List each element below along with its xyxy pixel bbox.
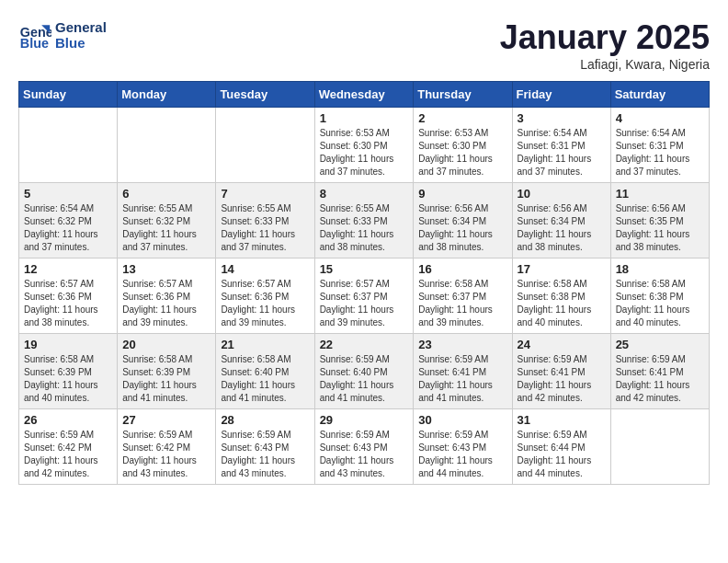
day-info: Sunrise: 6:59 AM Sunset: 6:41 PM Dayligh… [418,353,506,405]
calendar-week-row: 1Sunrise: 6:53 AM Sunset: 6:30 PM Daylig… [19,108,710,183]
day-number: 31 [518,413,606,427]
calendar-cell [118,108,216,183]
day-number: 3 [518,111,606,125]
calendar-cell: 31Sunrise: 6:59 AM Sunset: 6:44 PM Dayli… [512,409,610,485]
weekday-header-sunday: Sunday [19,82,118,108]
calendar-week-row: 12Sunrise: 6:57 AM Sunset: 6:36 PM Dayli… [19,259,710,334]
weekday-header-friday: Friday [512,82,610,108]
day-info: Sunrise: 6:58 AM Sunset: 6:39 PM Dayligh… [24,353,112,405]
day-info: Sunrise: 6:58 AM Sunset: 6:38 PM Dayligh… [518,278,606,329]
calendar-cell: 22Sunrise: 6:59 AM Sunset: 6:40 PM Dayli… [314,334,414,409]
day-info: Sunrise: 6:57 AM Sunset: 6:36 PM Dayligh… [122,278,210,329]
title-block: January 2025 Lafiagi, Kwara, Nigeria [500,18,710,72]
day-info: Sunrise: 6:58 AM Sunset: 6:40 PM Dayligh… [221,353,309,405]
calendar-cell: 3Sunrise: 6:54 AM Sunset: 6:31 PM Daylig… [512,108,610,183]
day-number: 10 [518,187,606,201]
calendar-cell: 27Sunrise: 6:59 AM Sunset: 6:42 PM Dayli… [118,409,216,485]
weekday-header-thursday: Thursday [414,82,512,108]
day-number: 14 [221,262,309,276]
day-info: Sunrise: 6:58 AM Sunset: 6:37 PM Dayligh… [418,278,506,329]
calendar-cell: 10Sunrise: 6:56 AM Sunset: 6:34 PM Dayli… [512,183,610,259]
day-info: Sunrise: 6:57 AM Sunset: 6:36 PM Dayligh… [221,278,309,329]
day-number: 28 [221,413,309,427]
day-number: 19 [24,338,112,351]
location-subtitle: Lafiagi, Kwara, Nigeria [500,57,710,72]
day-info: Sunrise: 6:56 AM Sunset: 6:34 PM Dayligh… [418,202,506,254]
day-info: Sunrise: 6:55 AM Sunset: 6:33 PM Dayligh… [320,202,409,254]
svg-text:Blue: Blue [20,36,49,51]
day-info: Sunrise: 6:59 AM Sunset: 6:43 PM Dayligh… [221,429,309,480]
day-info: Sunrise: 6:54 AM Sunset: 6:32 PM Dayligh… [24,202,112,254]
page-header: General Blue General Blue January 2025 L… [18,18,710,72]
day-number: 18 [616,262,704,276]
day-info: Sunrise: 6:58 AM Sunset: 6:39 PM Dayligh… [122,353,210,405]
day-number: 17 [518,262,606,276]
weekday-header-tuesday: Tuesday [216,82,314,108]
calendar-table: SundayMondayTuesdayWednesdayThursdayFrid… [18,81,710,485]
day-info: Sunrise: 6:55 AM Sunset: 6:32 PM Dayligh… [122,202,210,254]
calendar-cell: 5Sunrise: 6:54 AM Sunset: 6:32 PM Daylig… [19,183,118,259]
day-number: 12 [24,262,112,276]
calendar-cell: 28Sunrise: 6:59 AM Sunset: 6:43 PM Dayli… [216,409,314,485]
day-info: Sunrise: 6:54 AM Sunset: 6:31 PM Dayligh… [616,127,704,178]
day-number: 22 [320,338,409,351]
day-number: 1 [320,111,409,125]
calendar-cell: 9Sunrise: 6:56 AM Sunset: 6:34 PM Daylig… [414,183,512,259]
day-info: Sunrise: 6:58 AM Sunset: 6:38 PM Dayligh… [616,278,704,329]
calendar-cell [610,409,709,485]
day-info: Sunrise: 6:59 AM Sunset: 6:41 PM Dayligh… [616,353,704,405]
calendar-cell: 14Sunrise: 6:57 AM Sunset: 6:36 PM Dayli… [216,259,314,334]
day-number: 20 [122,338,210,351]
day-number: 24 [518,338,606,351]
day-number: 11 [616,187,704,201]
calendar-cell [19,108,118,183]
calendar-cell: 8Sunrise: 6:55 AM Sunset: 6:33 PM Daylig… [314,183,414,259]
day-info: Sunrise: 6:59 AM Sunset: 6:40 PM Dayligh… [320,353,409,405]
calendar-week-row: 5Sunrise: 6:54 AM Sunset: 6:32 PM Daylig… [19,183,710,259]
weekday-header-monday: Monday [118,82,216,108]
calendar-cell: 7Sunrise: 6:55 AM Sunset: 6:33 PM Daylig… [216,183,314,259]
day-number: 8 [320,187,409,201]
calendar-cell: 15Sunrise: 6:57 AM Sunset: 6:37 PM Dayli… [314,259,414,334]
day-info: Sunrise: 6:56 AM Sunset: 6:34 PM Dayligh… [518,202,606,254]
calendar-header-row: SundayMondayTuesdayWednesdayThursdayFrid… [19,82,710,108]
day-number: 30 [418,413,506,427]
weekday-header-saturday: Saturday [610,82,709,108]
day-number: 15 [320,262,409,276]
day-number: 6 [122,187,210,201]
calendar-cell [216,108,314,183]
day-number: 16 [418,262,506,276]
day-info: Sunrise: 6:53 AM Sunset: 6:30 PM Dayligh… [320,127,409,178]
calendar-cell: 30Sunrise: 6:59 AM Sunset: 6:43 PM Dayli… [414,409,512,485]
day-number: 13 [122,262,210,276]
day-info: Sunrise: 6:59 AM Sunset: 6:42 PM Dayligh… [24,429,112,480]
day-number: 21 [221,338,309,351]
calendar-cell: 12Sunrise: 6:57 AM Sunset: 6:36 PM Dayli… [19,259,118,334]
day-number: 7 [221,187,309,201]
calendar-cell: 29Sunrise: 6:59 AM Sunset: 6:43 PM Dayli… [314,409,414,485]
calendar-cell: 25Sunrise: 6:59 AM Sunset: 6:41 PM Dayli… [610,334,709,409]
calendar-cell: 1Sunrise: 6:53 AM Sunset: 6:30 PM Daylig… [314,108,414,183]
day-info: Sunrise: 6:54 AM Sunset: 6:31 PM Dayligh… [518,127,606,178]
weekday-header-wednesday: Wednesday [314,82,414,108]
day-number: 9 [418,187,506,201]
day-info: Sunrise: 6:59 AM Sunset: 6:41 PM Dayligh… [518,353,606,405]
day-info: Sunrise: 6:57 AM Sunset: 6:37 PM Dayligh… [320,278,409,329]
calendar-cell: 13Sunrise: 6:57 AM Sunset: 6:36 PM Dayli… [118,259,216,334]
logo-blue: Blue [55,35,107,51]
calendar-cell: 17Sunrise: 6:58 AM Sunset: 6:38 PM Dayli… [512,259,610,334]
logo: General Blue General Blue [18,18,107,52]
logo-general: General [55,19,107,35]
calendar-cell: 20Sunrise: 6:58 AM Sunset: 6:39 PM Dayli… [118,334,216,409]
day-info: Sunrise: 6:59 AM Sunset: 6:42 PM Dayligh… [122,429,210,480]
day-info: Sunrise: 6:59 AM Sunset: 6:43 PM Dayligh… [320,429,409,480]
calendar-week-row: 26Sunrise: 6:59 AM Sunset: 6:42 PM Dayli… [19,409,710,485]
calendar-week-row: 19Sunrise: 6:58 AM Sunset: 6:39 PM Dayli… [19,334,710,409]
calendar-cell: 21Sunrise: 6:58 AM Sunset: 6:40 PM Dayli… [216,334,314,409]
calendar-cell: 26Sunrise: 6:59 AM Sunset: 6:42 PM Dayli… [19,409,118,485]
calendar-cell: 6Sunrise: 6:55 AM Sunset: 6:32 PM Daylig… [118,183,216,259]
day-info: Sunrise: 6:56 AM Sunset: 6:35 PM Dayligh… [616,202,704,254]
day-info: Sunrise: 6:57 AM Sunset: 6:36 PM Dayligh… [24,278,112,329]
day-number: 5 [24,187,112,201]
day-number: 26 [24,413,112,427]
